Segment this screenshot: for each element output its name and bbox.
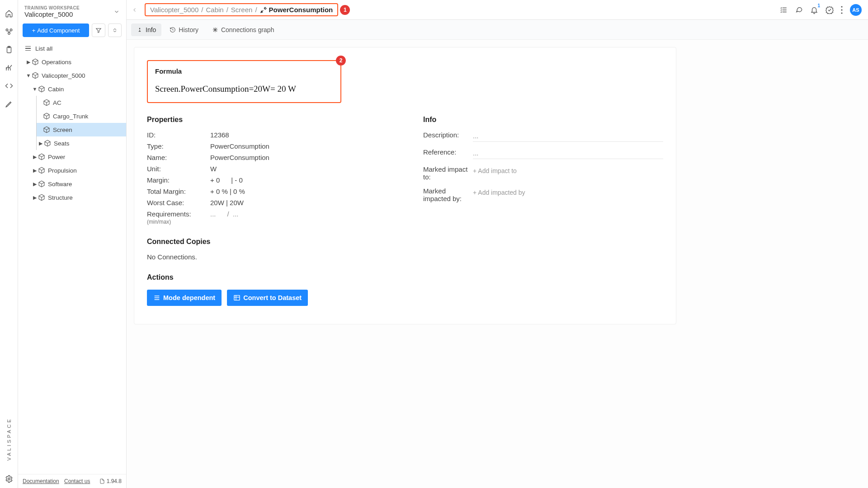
component-tree: List all ▶ Operations ▼ Valicopter_5000 … [18,42,126,474]
prop-unit-key: Unit: [147,165,210,173]
prop-type-key: Type: [147,142,210,150]
add-impact-to-button[interactable]: + Add impact to [473,165,663,174]
tree-item-screen[interactable]: Screen [37,123,126,136]
convert-dataset-button[interactable]: Convert to Dataset [227,290,308,306]
prop-name-key: Name: [147,154,210,161]
cube-icon [38,180,45,188]
tools-icon [260,6,267,14]
avatar[interactable]: AS [850,4,862,16]
prop-id-val: 12368 [210,131,387,139]
tree-item-power[interactable]: ▶ Power [18,150,126,164]
sidebar: TRAINING WORKSPACE Valicopter_5000 +Add … [18,0,127,488]
cube-icon [38,194,45,201]
tab-history[interactable]: History [164,23,204,36]
svg-rect-11 [234,296,240,300]
topbar: Valicopter_5000/ Cabin/ Screen/ PowerCon… [127,0,868,20]
callout-1: 1 [340,5,350,15]
formula-box: Formula Screen.PowerConsumption=20W= 20 … [147,60,341,103]
connected-heading: Connected Copies [147,238,387,246]
svg-point-9 [139,28,140,29]
collapse-icon[interactable] [108,23,122,37]
info-ref-val[interactable]: ... [473,148,663,159]
cube-icon [43,113,50,120]
prop-worst-key: Worst Case: [147,199,210,206]
add-impacted-by-button[interactable]: + Add impacted by [473,187,663,196]
cube-icon [38,153,45,160]
info-impacted-by-key: Marked impacted by: [423,187,473,202]
settings-icon[interactable] [4,474,14,484]
workspace-selector[interactable]: TRAINING WORKSPACE Valicopter_5000 [18,0,126,22]
cube-icon [32,72,39,79]
tree-item-root[interactable]: ▼ Valicopter_5000 [18,69,126,82]
contact-link[interactable]: Contact us [64,478,90,484]
bell-icon[interactable]: 1 [810,6,818,14]
svg-point-2 [8,33,10,35]
cube-icon [38,85,45,93]
prop-name-val: PowerConsumption [210,154,387,161]
back-icon[interactable] [129,7,140,13]
history-icon [170,27,176,33]
clipboard-icon[interactable] [4,44,14,55]
icon-rail: VALISPACE [0,0,18,488]
info-ref-key: Reference: [423,148,473,156]
cube-icon [38,167,45,174]
table-icon [233,294,241,301]
workspace-name: Valicopter_5000 [24,10,80,18]
check-badge-icon[interactable] [826,6,834,14]
analytics-icon[interactable] [4,62,14,73]
tab-connections[interactable]: Connections graph [207,23,280,36]
tree-item-operations[interactable]: ▶ Operations [18,55,126,69]
pen-icon[interactable] [4,99,14,109]
filter-icon[interactable] [92,23,105,37]
prop-type-val: PowerConsumption [210,142,387,150]
chevron-down-icon[interactable] [113,9,120,15]
formula-heading: Formula [155,67,333,75]
tabs: Info History Connections graph [127,20,868,40]
actions-heading: Actions [147,273,387,282]
svg-point-8 [841,12,842,14]
svg-point-5 [8,478,10,480]
detail-panel: Formula Screen.PowerConsumption=20W= 20 … [134,47,676,324]
brand-label: VALISPACE [6,418,12,461]
more-icon[interactable] [841,6,843,14]
sidebar-footer: Documentation Contact us 1.94.8 [18,474,126,488]
version-label: 1.94.8 [99,478,122,484]
formula-equation[interactable]: Screen.PowerConsumption=20W= 20 W [155,84,333,94]
breadcrumb[interactable]: Valicopter_5000/ Cabin/ Screen/ PowerCon… [145,3,338,16]
tree-item-cargo[interactable]: Cargo_Trunk [37,109,126,123]
prop-worst-val: 20W | 20W [210,199,387,206]
chat-icon[interactable] [795,6,803,14]
code-icon[interactable] [4,80,14,91]
prop-req-sub: (min/max) [147,219,210,225]
notification-badge: 1 [817,3,820,8]
mode-dependent-button[interactable]: Mode dependent [147,290,222,306]
tree-item-seats[interactable]: ▶ Seats [37,136,126,150]
documentation-link[interactable]: Documentation [23,478,59,484]
tab-info[interactable]: Info [131,23,161,36]
home-icon[interactable] [4,8,14,19]
cube-icon [43,99,50,106]
file-icon [99,479,105,484]
tasks-icon[interactable] [779,6,788,14]
info-icon [137,27,143,33]
add-component-button[interactable]: +Add Component [23,23,89,37]
cube-icon [43,126,50,133]
tree-item-cabin[interactable]: ▼ Cabin [18,82,126,96]
prop-tmargin-key: Total Margin: [147,188,210,195]
cube-icon [32,58,39,66]
info-heading: Info [423,116,663,124]
graph-icon [212,27,218,33]
prop-id-key: ID: [147,131,210,139]
properties-heading: Properties [147,116,387,124]
tree-item-ac[interactable]: AC [37,96,126,109]
prop-margin-key: Margin: [147,176,210,184]
tree-item-propulsion[interactable]: ▶ Propulsion [18,164,126,177]
tree-list-all[interactable]: List all [18,42,126,55]
connected-text: No Connections. [147,253,387,261]
info-desc-val[interactable]: ... [473,131,663,142]
prop-unit-val: W [210,165,387,173]
svg-point-7 [841,9,842,10]
modules-icon[interactable] [4,26,14,37]
tree-item-structure[interactable]: ▶ Structure [18,191,126,204]
tree-item-software[interactable]: ▶ Software [18,177,126,191]
